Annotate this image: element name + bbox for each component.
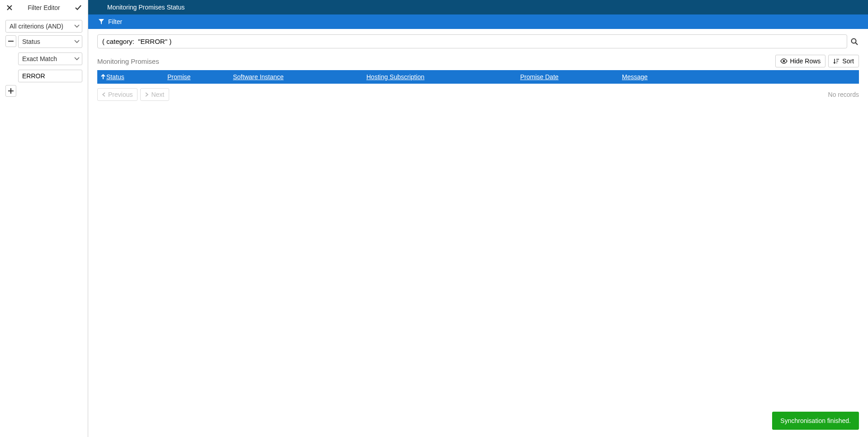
column-message[interactable]: Message [617, 70, 859, 84]
sort-asc-icon [101, 74, 105, 80]
page-title: Monitoring Promises Status [88, 0, 868, 14]
table-header-row: Status Promise Software Instance Hosting… [97, 70, 859, 84]
hide-rows-button[interactable]: Hide Rows [775, 55, 826, 67]
svg-point-1 [852, 38, 856, 43]
sort-button[interactable]: Sort [828, 55, 859, 67]
chevron-left-icon [102, 92, 105, 97]
filter-bar[interactable]: Filter [88, 14, 868, 29]
filter-editor-title: Filter Editor [14, 4, 74, 11]
filter-field-select[interactable]: Status [18, 35, 82, 48]
main-panel: Monitoring Promises Status Filter Monito… [88, 0, 868, 437]
eye-icon [780, 58, 787, 64]
hide-rows-label: Hide Rows [790, 57, 821, 65]
table-section-label: Monitoring Promises [97, 57, 159, 65]
previous-button[interactable]: Previous [97, 88, 138, 101]
next-button[interactable]: Next [140, 88, 169, 101]
search-input[interactable] [97, 34, 847, 48]
column-software-instance[interactable]: Software Instance [228, 70, 362, 84]
remove-filter-button[interactable] [5, 35, 16, 47]
sort-icon [833, 58, 840, 64]
sort-label: Sort [842, 57, 854, 65]
toast-notification: Synchronisation finished. [772, 412, 859, 430]
criterion-mode-select[interactable]: All criterions (AND) [5, 20, 82, 33]
filter-value-input[interactable] [18, 70, 82, 82]
add-filter-button[interactable] [5, 85, 16, 97]
no-records-label: No records [828, 91, 859, 98]
column-hosting-subscription[interactable]: Hosting Subscription [362, 70, 516, 84]
chevron-right-icon [145, 92, 148, 97]
check-icon[interactable] [74, 4, 82, 12]
filter-match-select[interactable]: Exact Match [18, 52, 82, 65]
search-icon[interactable] [850, 34, 859, 48]
svg-rect-0 [8, 41, 14, 42]
filter-editor-panel: Filter Editor All criterions (AND) S [0, 0, 88, 437]
filter-icon [98, 19, 104, 25]
column-promise[interactable]: Promise [163, 70, 228, 84]
column-status[interactable]: Status [97, 70, 163, 84]
column-promise-date[interactable]: Promise Date [516, 70, 617, 84]
close-icon[interactable] [5, 4, 14, 12]
filter-bar-label: Filter [108, 18, 122, 25]
svg-point-2 [783, 60, 785, 62]
